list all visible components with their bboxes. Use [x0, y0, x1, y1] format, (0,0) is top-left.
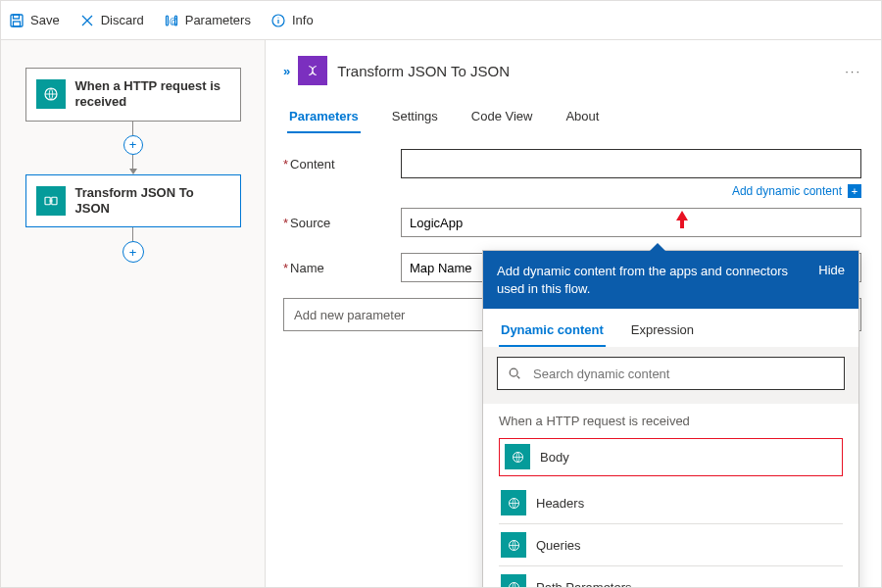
- tab-dynamic-content[interactable]: Dynamic content: [499, 318, 606, 347]
- parameters-button[interactable]: @ Parameters: [164, 13, 251, 28]
- main-split: When a HTTP request is received + Transf…: [1, 40, 881, 587]
- token-label: Headers: [536, 496, 584, 511]
- info-label: Info: [292, 13, 314, 27]
- popup-hide-button[interactable]: Hide: [818, 263, 845, 297]
- save-icon: [9, 13, 24, 28]
- dynamic-content-popup: Add dynamic content from the apps and co…: [482, 250, 859, 588]
- discard-label: Discard: [101, 13, 144, 27]
- discard-button[interactable]: Discard: [79, 13, 144, 28]
- app-root: Save Discard @ Parameters Info: [0, 0, 882, 588]
- content-input[interactable]: [401, 149, 861, 178]
- popup-header: Add dynamic content from the apps and co…: [483, 251, 858, 309]
- svg-rect-1: [14, 15, 20, 19]
- add-dynamic-label: Add dynamic content: [732, 184, 842, 198]
- connector: +: [123, 122, 143, 174]
- svg-rect-2: [14, 22, 21, 26]
- http-icon: [501, 532, 526, 558]
- action-editor: » Transform JSON To JSON ··· Parameters …: [266, 40, 881, 587]
- popup-group-title: When a HTTP request is received: [483, 404, 858, 432]
- name-label: *Name: [283, 261, 401, 275]
- http-trigger-icon: [36, 79, 66, 109]
- token-label: Path Parameters: [536, 580, 632, 588]
- svg-rect-5: [166, 16, 168, 25]
- parameters-icon: @: [164, 13, 179, 28]
- connector-end: +: [122, 227, 144, 263]
- designer-canvas[interactable]: When a HTTP request is received + Transf…: [1, 40, 266, 587]
- http-icon: [505, 444, 530, 469]
- tab-codeview[interactable]: Code View: [469, 103, 535, 133]
- svg-point-14: [510, 368, 517, 376]
- save-label: Save: [30, 13, 60, 27]
- search-input[interactable]: [531, 366, 834, 382]
- panel-header: » Transform JSON To JSON ···: [283, 56, 861, 85]
- toolbar: Save Discard @ Parameters Info: [1, 1, 881, 40]
- plus-icon: +: [848, 184, 861, 198]
- svg-line-15: [517, 376, 520, 379]
- transform-icon: [36, 186, 66, 216]
- svg-rect-13: [51, 197, 56, 205]
- parameters-label: Parameters: [185, 13, 251, 27]
- trigger-label: When a HTTP request is received: [75, 78, 230, 111]
- close-icon: [79, 13, 95, 28]
- token-path-parameters[interactable]: Path Parameters: [499, 566, 843, 588]
- svg-point-19: [509, 582, 518, 588]
- http-icon: [501, 574, 526, 588]
- source-input[interactable]: [401, 208, 861, 237]
- http-icon: [501, 490, 526, 515]
- action-label: Transform JSON To JSON: [75, 185, 230, 218]
- svg-rect-12: [45, 197, 50, 205]
- content-label: *Content: [283, 157, 401, 172]
- add-step-button[interactable]: +: [123, 135, 143, 155]
- token-queries[interactable]: Queries: [499, 524, 843, 566]
- popup-list: Body Headers Queries Path Parameters: [483, 432, 858, 588]
- trigger-node[interactable]: When a HTTP request is received: [25, 68, 241, 122]
- panel-menu-icon[interactable]: ···: [845, 64, 861, 78]
- tab-expression[interactable]: Expression: [629, 318, 696, 347]
- action-node[interactable]: Transform JSON To JSON: [25, 174, 241, 228]
- info-button[interactable]: Info: [270, 13, 314, 28]
- tab-parameters[interactable]: Parameters: [287, 103, 361, 133]
- search-box[interactable]: [497, 357, 845, 390]
- add-dynamic-link[interactable]: Add dynamic content +: [283, 184, 861, 198]
- popup-tabs: Dynamic content Expression: [483, 309, 858, 347]
- save-button[interactable]: Save: [9, 13, 60, 28]
- token-body[interactable]: Body: [499, 438, 843, 476]
- svg-point-10: [277, 17, 278, 18]
- svg-rect-0: [11, 15, 23, 26]
- info-icon: [270, 13, 286, 28]
- panel-title: Transform JSON To JSON: [337, 63, 510, 79]
- popup-banner: Add dynamic content from the apps and co…: [497, 263, 818, 297]
- popup-caret-icon: [650, 243, 665, 251]
- search-icon: [508, 367, 521, 380]
- token-label: Body: [540, 450, 569, 465]
- tab-about[interactable]: About: [564, 103, 601, 133]
- panel-tabs: Parameters Settings Code View About: [283, 103, 861, 133]
- liquid-icon: [298, 56, 327, 85]
- tab-settings[interactable]: Settings: [390, 103, 440, 133]
- token-label: Queries: [536, 538, 581, 553]
- token-headers[interactable]: Headers: [499, 482, 843, 524]
- source-label: *Source: [283, 216, 401, 230]
- add-step-end-button[interactable]: +: [122, 241, 144, 263]
- popup-search-area: [483, 347, 858, 404]
- collapse-icon[interactable]: »: [283, 64, 288, 78]
